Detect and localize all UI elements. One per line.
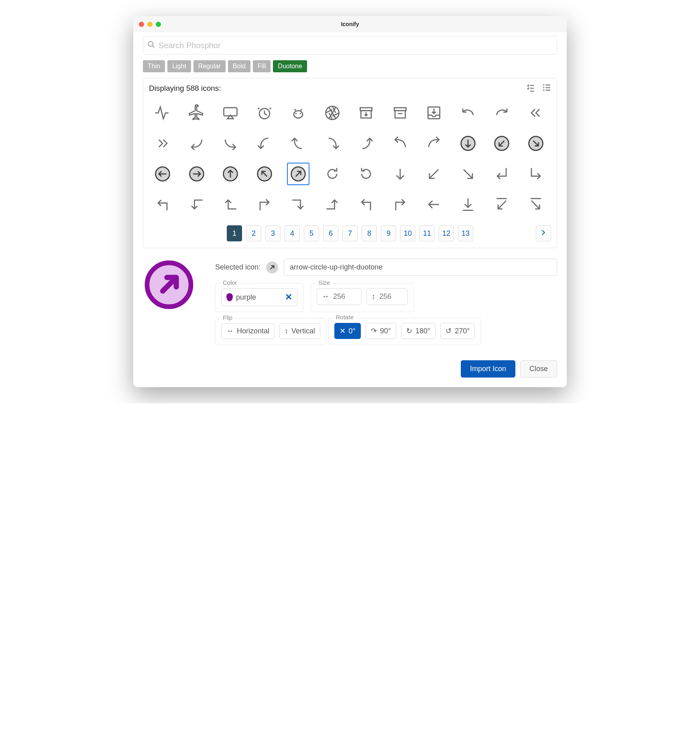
icon-arrow-elbow-left-down[interactable] — [185, 193, 208, 216]
icon-arrow-line-down-left[interactable] — [490, 193, 513, 216]
icon-airplane[interactable] — [185, 102, 208, 124]
icon-arrow-bend-double-up-right[interactable] — [151, 132, 174, 155]
icon-arrow-bend-double-up-left[interactable] — [525, 102, 547, 124]
icon-archive-tray[interactable] — [423, 102, 445, 124]
icon-arrow-down[interactable] — [389, 163, 411, 185]
view-list-icon[interactable] — [542, 83, 551, 94]
icon-arrow-elbow-down-left[interactable] — [490, 163, 513, 185]
icon-arrow-elbow-right[interactable] — [253, 193, 276, 216]
icon-arrow-elbow-left-up[interactable] — [219, 193, 242, 216]
icon-arrow-circle-down[interactable] — [457, 132, 479, 155]
style-filters: ThinLightRegularBoldFillDuotone — [143, 60, 557, 72]
svg-point-4 — [543, 90, 545, 91]
rotate-0[interactable]: ✕0° — [334, 323, 361, 339]
flip-vertical-button[interactable]: ↕ Vertical — [279, 323, 320, 339]
icon-arrow-bend-right-up[interactable] — [355, 132, 377, 155]
rotate-icon: ↷ — [371, 327, 377, 335]
selected-icon-field[interactable] — [284, 259, 557, 276]
icon-arrow-elbow-up-right[interactable] — [389, 193, 411, 216]
icon-arrow-line-down[interactable] — [457, 193, 479, 216]
filter-fill[interactable]: Fill — [253, 60, 271, 72]
page-4[interactable]: 4 — [285, 225, 300, 241]
flip-horizontal-button[interactable]: ↔ Horizontal — [221, 323, 275, 339]
clear-color-button[interactable]: ✕ — [285, 292, 292, 302]
filter-duotone[interactable]: Duotone — [273, 60, 307, 72]
page-5[interactable]: 5 — [304, 225, 319, 241]
rotate-180[interactable]: ↻180° — [401, 323, 435, 339]
page-11[interactable]: 11 — [419, 225, 435, 241]
icon-archive[interactable] — [389, 102, 411, 124]
view-checklist-icon[interactable] — [526, 83, 535, 94]
icon-arrow-arc-left[interactable] — [457, 102, 479, 124]
icon-arrow-bend-left-up[interactable] — [287, 132, 309, 155]
icon-arrow-counter-clockwise[interactable] — [355, 163, 377, 185]
icon-arrow-down-left[interactable] — [423, 163, 445, 185]
filter-regular[interactable]: Regular — [193, 60, 226, 72]
icon-grid — [149, 97, 551, 219]
filter-thin[interactable]: Thin — [143, 60, 165, 72]
page-2[interactable]: 2 — [246, 225, 261, 241]
next-page-button[interactable] — [536, 225, 551, 241]
filter-bold[interactable]: Bold — [228, 60, 250, 72]
icon-arrow-bend-down-left[interactable] — [185, 132, 208, 155]
icon-arrow-circle-right[interactable] — [185, 163, 208, 185]
icon-arrow-circle-down-right[interactable] — [525, 132, 547, 155]
icon-arrow-down-right[interactable] — [457, 163, 479, 185]
page-6[interactable]: 6 — [323, 225, 338, 241]
icon-arrow-arc-right[interactable] — [490, 102, 513, 124]
width-icon: ↔ — [322, 292, 329, 301]
page-9[interactable]: 9 — [381, 225, 396, 241]
icon-arrow-line-down-right[interactable] — [525, 193, 547, 216]
page-8[interactable]: 8 — [362, 225, 377, 241]
icon-archive-box[interactable] — [355, 102, 377, 124]
icon-preview — [143, 259, 203, 312]
color-input[interactable]: purple ✕ — [221, 288, 297, 306]
icon-android-logo[interactable] — [287, 102, 309, 124]
icon-arrow-circle-up[interactable] — [219, 163, 242, 185]
icon-arrow-bend-up-left[interactable] — [389, 132, 411, 155]
icon-arrow-bend-left-down[interactable] — [253, 132, 276, 155]
height-icon: ↕ — [372, 292, 375, 301]
icon-arrow-circle-up-left[interactable] — [253, 163, 276, 185]
svg-line-1 — [153, 46, 155, 48]
icon-arrow-elbow-up-left[interactable] — [355, 193, 377, 216]
icon-arrow-elbow-right-down[interactable] — [287, 193, 309, 216]
size-width-input[interactable]: ↔ — [317, 288, 362, 305]
icon-arrow-circle-up-right[interactable] — [287, 163, 309, 185]
icon-arrow-circle-left[interactable] — [151, 163, 174, 185]
icon-aperture[interactable] — [321, 102, 344, 124]
icon-airplay[interactable] — [219, 102, 242, 124]
page-3[interactable]: 3 — [265, 225, 281, 241]
icon-arrow-elbow-down-right[interactable] — [525, 163, 547, 185]
page-10[interactable]: 10 — [400, 225, 415, 241]
page-7[interactable]: 7 — [342, 225, 358, 241]
icon-arrow-bend-right-down[interactable] — [321, 132, 344, 155]
icon-arrow-clockwise[interactable] — [321, 163, 344, 185]
icon-arrow-bend-down-right[interactable] — [219, 132, 242, 155]
rotate-icon: ✕ — [340, 327, 346, 335]
selected-icon-label: Selected icon: — [215, 263, 260, 272]
page-1[interactable]: 1 — [227, 225, 242, 241]
icon-arrow-elbow-left[interactable] — [151, 193, 174, 216]
rotate-270[interactable]: ↺270° — [440, 323, 475, 339]
svg-point-12 — [300, 113, 301, 114]
filter-light[interactable]: Light — [167, 60, 191, 72]
icon-activity[interactable] — [151, 102, 174, 124]
rotate-90[interactable]: ↷90° — [366, 323, 396, 339]
icon-arrow-circle-down-left[interactable] — [490, 132, 513, 155]
search-box — [143, 36, 557, 55]
svg-rect-17 — [395, 111, 405, 118]
icon-alarm[interactable] — [253, 102, 276, 124]
icon-arrow-left[interactable] — [423, 193, 445, 216]
icon-arrow-elbow-right-up[interactable] — [321, 193, 344, 216]
svg-point-0 — [149, 42, 153, 47]
droplet-icon — [226, 293, 233, 301]
import-icon-button[interactable]: Import Icon — [461, 360, 515, 378]
search-input[interactable] — [158, 41, 553, 51]
page-12[interactable]: 12 — [439, 225, 454, 241]
close-button[interactable]: Close — [520, 360, 557, 378]
page-13[interactable]: 13 — [458, 225, 473, 241]
icon-arrow-bend-up-right[interactable] — [423, 132, 445, 155]
size-height-input[interactable]: ↕ — [366, 288, 408, 305]
size-label: Size — [316, 279, 332, 286]
